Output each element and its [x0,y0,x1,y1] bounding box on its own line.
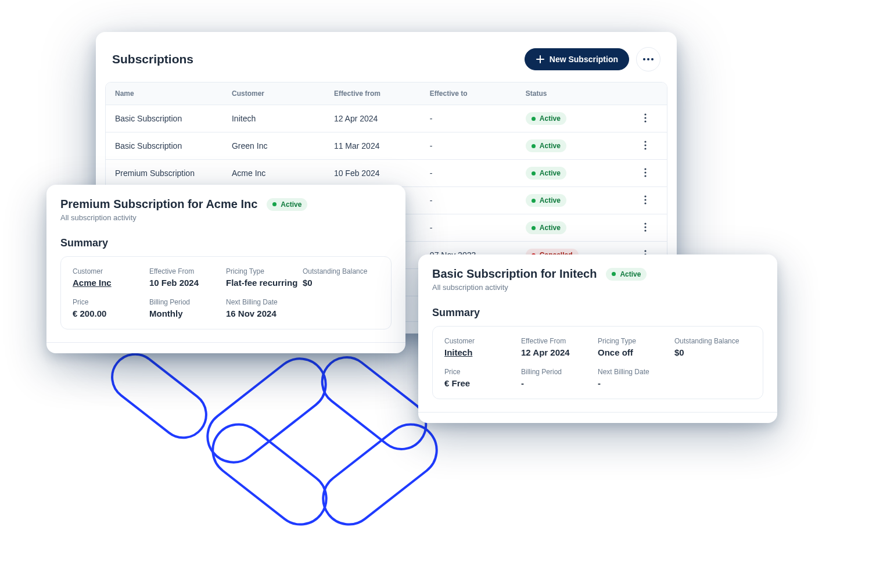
svg-point-15 [644,223,646,224]
table-row[interactable]: Basic SubscriptionInitech12 Apr 2024-Act… [106,105,667,132]
summary-value-billing-period: - [521,378,598,388]
status-dot-icon [532,199,536,203]
page-title: Subscriptions [112,52,193,66]
row-actions-button[interactable] [644,141,647,150]
cell-status: Active [516,187,623,214]
status-dot-icon [612,272,616,276]
svg-point-6 [644,141,646,142]
status-dot-icon [532,144,536,148]
ellipsis-icon [643,58,654,60]
detail-subtitle: All subscription activity [432,283,763,292]
summary-label-outstanding: Outstanding Balance [303,267,379,275]
col-header-from: Effective from [325,83,421,105]
cell-customer: Initech [222,105,325,132]
more-actions-button[interactable] [636,47,660,71]
status-dot-icon [532,171,536,175]
status-text: Active [540,169,561,177]
summary-label-price: Price [73,298,149,306]
cell-actions [623,187,667,214]
row-actions-button[interactable] [644,195,647,205]
col-header-name: Name [106,83,222,105]
summary-label-price: Price [444,368,521,376]
status-text: Active [540,114,561,123]
cell-effective-from: 10 Feb 2024 [325,160,421,187]
svg-point-17 [644,230,646,231]
status-dot-icon [272,202,277,206]
status-badge: Active [526,112,566,125]
subscription-detail-card-acme: Premium Subscription for Acme Inc Active… [46,185,405,353]
cell-actions [623,160,667,187]
cell-name: Basic Subscription [106,105,222,132]
detail-title: Premium Subscription for Acme Inc [60,198,257,211]
header-actions: New Subscription [525,47,660,71]
cell-effective-from: 12 Apr 2024 [325,105,421,132]
detail-status-badge: Active [267,198,307,211]
row-actions-button[interactable] [644,223,647,232]
detail-subtitle: All subscription activity [60,213,392,222]
summary-value-customer[interactable]: Initech [444,347,521,357]
new-subscription-button[interactable]: New Subscription [525,48,629,70]
detail-summary-card: CustomerAcme Inc Effective From10 Feb 20… [60,256,392,329]
summary-value-next-billing: - [598,378,674,388]
summary-value-billing-period: Monthly [149,309,226,318]
cell-actions [623,132,667,160]
svg-point-12 [644,195,646,197]
summary-value-customer[interactable]: Acme Inc [73,278,149,288]
status-text: Active [540,142,561,150]
detail-title: Basic Subscription for Initech [432,267,597,281]
detail-status-text: Active [281,200,301,209]
cell-status: Active [516,214,623,242]
col-header-customer: Customer [222,83,325,105]
summary-label-effective-from: Effective From [521,337,598,345]
table-row[interactable]: Premium SubscriptionAcme Inc10 Feb 2024-… [106,160,667,187]
row-actions-button[interactable] [644,113,647,123]
new-subscription-label: New Subscription [550,55,618,64]
summary-value-next-billing: 16 Nov 2024 [226,309,303,318]
cell-status: Active [516,132,623,160]
cell-status: Active [516,105,623,132]
table-row[interactable]: Basic SubscriptionGreen Inc11 Mar 2024-A… [106,132,667,160]
svg-point-11 [644,175,646,177]
summary-value-outstanding: $0 [674,347,751,357]
cell-effective-from: 11 Mar 2024 [325,132,421,160]
divider [46,342,405,343]
summary-label-customer: Customer [444,337,521,345]
status-dot-icon [532,117,536,121]
svg-point-0 [643,58,645,60]
summary-label-next-billing: Next Billing Date [598,368,674,376]
cell-actions [623,105,667,132]
summary-label-outstanding: Outstanding Balance [674,337,751,345]
summary-label-billing-period: Billing Period [149,298,226,306]
col-header-to: Effective to [421,83,516,105]
svg-point-16 [644,226,646,228]
summary-value-effective-from: 10 Feb 2024 [149,278,226,288]
col-header-actions [623,83,667,105]
svg-point-4 [644,117,646,119]
svg-point-13 [644,199,646,200]
status-badge: Active [526,221,566,234]
row-actions-button[interactable] [644,168,647,177]
summary-value-pricing-type: Once off [598,347,674,357]
svg-point-14 [644,202,646,204]
cell-effective-to: - [421,132,516,160]
summary-label-pricing-type: Pricing Type [598,337,674,345]
summary-label-pricing-type: Pricing Type [226,267,303,275]
svg-point-3 [644,113,646,115]
cell-name: Basic Subscription [106,132,222,160]
detail-summary-card: CustomerInitech Effective From12 Apr 202… [432,326,763,399]
cell-status: Active [516,160,623,187]
summary-label-billing-period: Billing Period [521,368,598,376]
decorative-pill [101,343,217,449]
cell-customer: Acme Inc [222,160,325,187]
col-header-status: Status [516,83,623,105]
cell-effective-to: - [421,187,516,214]
status-badge: Active [526,167,566,180]
cell-effective-to: - [421,160,516,187]
detail-status-text: Active [620,270,641,278]
summary-value-effective-from: 12 Apr 2024 [521,347,598,357]
cell-customer: Green Inc [222,132,325,160]
divider [418,412,777,413]
svg-point-9 [644,168,646,170]
detail-status-badge: Active [606,268,647,281]
svg-point-10 [644,171,646,173]
